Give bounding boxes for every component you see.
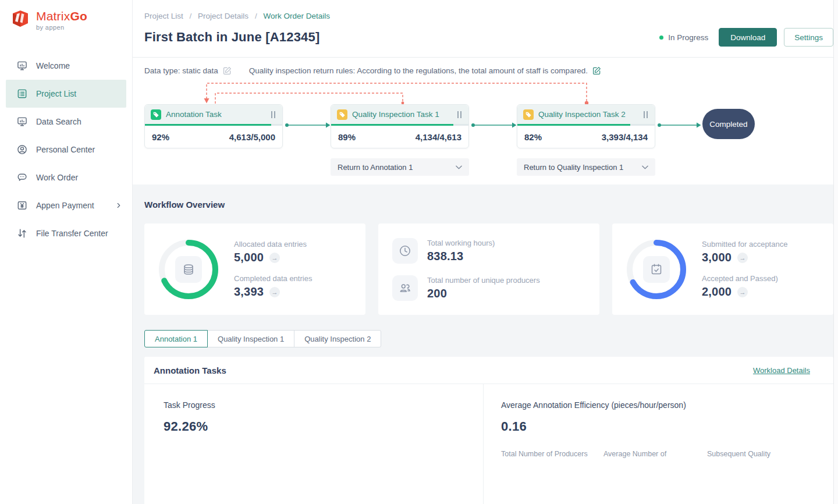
acceptance-donut (626, 239, 687, 300)
task-card-quality-inspection-1[interactable]: Quality Inspection Task 1 89% 4,134/4,61… (331, 104, 469, 148)
working-hours-card: Total working hours) 838.13 (378, 223, 599, 315)
payment-icon (16, 200, 28, 211)
sidebar-item-label: Project List (36, 89, 76, 98)
download-button[interactable]: Download (719, 28, 777, 47)
brand-name: MatrixGo (36, 9, 87, 23)
sidebar-item-file-transfer-center[interactable]: File Transfer Center (0, 219, 132, 247)
stat-value: 838.13 (427, 250, 463, 263)
workflow-pipeline: Annotation Task 92% 4,613/5,000 Quality … (144, 75, 833, 184)
return-arrowhead-icon (204, 98, 210, 104)
stage-tabs: Annotation 1 Quality Inspection 1 Qualit… (144, 330, 833, 347)
pause-icon[interactable] (270, 110, 276, 119)
data-entries-card: Allocated data entries 5,000 → Completed… (144, 223, 365, 315)
stat-label: Accepted and Passed) (702, 274, 787, 283)
annotation-efficiency-block: Average Annotation Efficiency (pieces/ho… (483, 384, 833, 504)
clipped-stat-labels: Total Number of Producers Average Number… (501, 450, 833, 458)
brand-tagline: by appen (36, 24, 87, 31)
task-ratio: 4,613/5,000 (229, 132, 275, 142)
annotation-tasks-panel: Annotation Tasks Workload Details Task P… (144, 357, 833, 504)
tag-icon (523, 109, 534, 120)
sidebar: MatrixGo by appen Welcome Proje (0, 0, 133, 504)
meta-row: Data type: static data Quality inspectio… (144, 66, 833, 75)
task-card-quality-inspection-2[interactable]: Quality Inspection Task 2 82% 3,393/4,13… (517, 104, 655, 148)
sidebar-item-project-list[interactable]: Project List (6, 80, 126, 108)
arrow-right-icon[interactable]: → (269, 253, 280, 263)
return-to-annotation-select[interactable]: Return to Annotation 1 (331, 158, 469, 176)
header-divider (133, 57, 833, 58)
status-label: In Progress (668, 33, 708, 42)
task-ratio: 4,134/4,613 (416, 132, 461, 142)
status-dot-icon (659, 36, 663, 40)
stat-label: Total number of unique producers (427, 276, 540, 285)
settings-button[interactable]: Settings (784, 28, 833, 47)
task-card-annotation[interactable]: Annotation Task 92% 4,613/5,000 (144, 104, 283, 148)
stat-value: 0.16 (501, 419, 833, 434)
pause-icon[interactable] (642, 110, 649, 119)
tab-annotation-1[interactable]: Annotation 1 (144, 330, 208, 347)
task-percent: 82% (524, 132, 542, 142)
stat-value: 2,000 (702, 285, 732, 299)
task-name: Quality Inspection Task 1 (352, 110, 456, 119)
personal-center-icon (16, 144, 28, 155)
chevron-down-icon (456, 165, 462, 169)
sidebar-item-work-order[interactable]: Work Order (0, 164, 132, 191)
sidebar-item-data-search[interactable]: Data Search (0, 108, 132, 136)
completed-badge: Completed (702, 109, 755, 139)
sidebar-item-welcome[interactable]: Welcome (0, 52, 132, 80)
return-select-value: Return to Quality Inspection 1 (524, 163, 623, 172)
return-select-value: Return to Annotation 1 (338, 163, 413, 172)
data-type-label: Data type: static data (144, 66, 218, 75)
pause-icon[interactable] (456, 110, 463, 119)
arrow-right-icon[interactable]: → (737, 253, 748, 263)
breadcrumb-project-list[interactable]: Project List (144, 12, 183, 20)
data-entries-donut (158, 239, 219, 300)
tab-quality-inspection-2[interactable]: Quality Inspection 2 (294, 330, 381, 347)
producers-icon (392, 275, 418, 301)
arrow-right-icon[interactable]: → (269, 287, 280, 297)
sidebar-item-label: Data Search (36, 117, 81, 126)
sidebar-item-label: File Transfer Center (36, 229, 108, 238)
stat-label: Allocated data entries (234, 240, 312, 249)
return-rules-label: Quality inspection return rules: Accordi… (249, 66, 588, 75)
workload-details-link[interactable]: Workload Details (753, 366, 810, 375)
arrow-right-icon[interactable]: → (737, 287, 748, 297)
workflow-overview-section: Workflow Overview (133, 184, 833, 504)
data-search-icon (16, 116, 28, 127)
breadcrumb-separator: / (190, 12, 192, 20)
work-order-icon (16, 172, 28, 183)
stat-label: Total working hours) (427, 239, 495, 247)
return-route-line (207, 83, 587, 101)
task-percent: 92% (152, 132, 169, 142)
stat-value: 3,393 (234, 285, 264, 299)
scrollbar[interactable] (833, 0, 838, 504)
edit-data-type-icon[interactable] (223, 66, 232, 75)
sidebar-nav: Welcome Project List Data Search (0, 52, 132, 247)
task-progress-bar (517, 124, 655, 126)
status-badge: In Progress (659, 33, 708, 42)
workflow-overview-title: Workflow Overview (144, 200, 833, 210)
stat-value: 92.26% (164, 419, 483, 434)
return-to-quality-inspection-select[interactable]: Return to Quality Inspection 1 (517, 158, 655, 176)
page-title: First Batch in June [A12345] (144, 30, 659, 45)
sidebar-item-appen-payment[interactable]: Appen Payment (0, 191, 132, 219)
submitted-acceptance-stat: Submitted for acceptance 3,000 → (702, 240, 787, 264)
accepted-passed-stat: Accepted and Passed) 2,000 → (702, 274, 787, 299)
brand-logo[interactable]: MatrixGo by appen (0, 0, 132, 31)
stat-label: Submitted for acceptance (702, 240, 787, 249)
edit-return-rules-icon[interactable] (592, 66, 601, 75)
task-progress-block: Task Progress 92.26% (144, 384, 483, 504)
panel-title: Annotation Tasks (154, 365, 226, 375)
calendar-check-icon (643, 256, 670, 283)
app-window: MatrixGo by appen Welcome Proje (0, 0, 838, 504)
dashboard-monitor-icon (16, 60, 28, 72)
stat-label: Task Progress (164, 400, 483, 410)
stat-label: Total Number of Producers (501, 450, 603, 458)
task-name: Quality Inspection Task 2 (538, 110, 642, 119)
main-content: Project List / Project Details / Work Or… (133, 0, 833, 504)
tab-quality-inspection-1[interactable]: Quality Inspection 1 (207, 330, 294, 347)
stat-label: Average Annotation Efficiency (pieces/ho… (501, 400, 833, 410)
sidebar-item-personal-center[interactable]: Personal Center (0, 136, 132, 164)
matrixgo-logo-icon (10, 8, 31, 29)
stat-value: 5,000 (234, 251, 264, 264)
breadcrumb-project-details[interactable]: Project Details (198, 12, 248, 20)
